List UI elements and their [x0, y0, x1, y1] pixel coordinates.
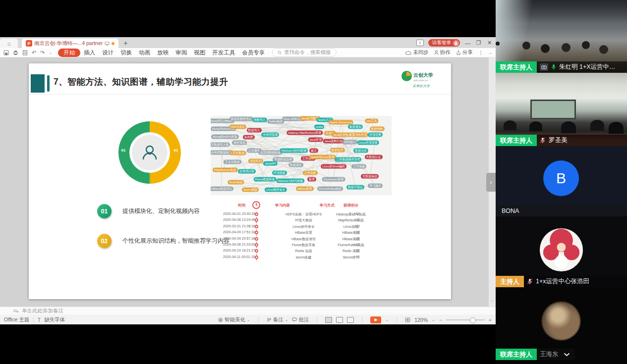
- graph-node: 环境变量: [368, 133, 383, 137]
- role-badge: 联席主持人: [496, 349, 537, 360]
- command-search[interactable]: 查找命令，搜索模板: [272, 48, 337, 57]
- ribbon-tab-7[interactable]: 开发工具: [212, 50, 235, 55]
- timeline-dot-icon: [255, 243, 258, 247]
- screen: ⌂ P 南京云创-华博特—...4 partner + 1 访客登录 — ❐ ✕: [0, 0, 627, 364]
- screen-share-icon: [540, 63, 548, 71]
- guest-login-pill[interactable]: 访客登录: [428, 39, 460, 47]
- command-search-placeholder: 查找命令，搜索模板: [284, 49, 331, 56]
- graph-node: 分布式计算: [238, 169, 256, 174]
- notes-toggle-button[interactable]: 备注⌄: [267, 316, 288, 323]
- reading-view-button[interactable]: [347, 317, 354, 323]
- knowledge-graph: Mysql导入HBase数据库操作导入增量导入Kafka实战Hive-JDBC连…: [211, 116, 392, 195]
- graph-node: 数据结构: [370, 126, 385, 131]
- video-tile-2[interactable]: 联席主持人 罗圣美: [496, 73, 627, 146]
- avatar-image: [542, 302, 580, 340]
- ribbon-tab-2[interactable]: 切换: [120, 50, 132, 55]
- restore-button[interactable]: ❐: [475, 40, 482, 46]
- notes-bar[interactable]: 单击此处添加备注: [0, 307, 496, 314]
- close-button[interactable]: ✕: [486, 40, 493, 46]
- zoom-slider[interactable]: [446, 319, 485, 320]
- new-tab-button[interactable]: +: [123, 39, 127, 48]
- redo-icon[interactable]: ↷: [40, 50, 45, 56]
- slide[interactable]: 7、智能方法、知识图谱，辅助学习能力提升 云创大学 edu.cstor.cn 未…: [29, 63, 451, 299]
- video-tile-5[interactable]: 联席主持人 王海东: [496, 287, 627, 364]
- video-feed-1: [496, 42, 500, 46]
- video-feed-2: [530, 100, 576, 119]
- zoom-caret-icon[interactable]: ⌄: [432, 317, 435, 322]
- point-01: 01 提供模块化、定制化视频内容: [97, 204, 200, 218]
- video-tile-1[interactable]: 联席主持人 朱红明 1+X运营中…: [496, 0, 627, 73]
- ribbon-tab-4[interactable]: 放映: [157, 50, 169, 55]
- chevron-down-icon[interactable]: [564, 353, 570, 357]
- fit-slide-icon[interactable]: [405, 317, 410, 322]
- panel-collapse-button[interactable]: ›: [486, 173, 496, 192]
- qat-more-icon[interactable]: ⌄: [49, 51, 52, 55]
- ribbon-tab-6[interactable]: 视图: [194, 50, 205, 55]
- table-header: 时间: [227, 203, 257, 208]
- document-tab[interactable]: P 南京云创-华博特—...4 partner: [22, 39, 118, 48]
- graph-node: Flume/Kafka实战: [317, 187, 343, 191]
- mic-on-icon: [551, 64, 556, 70]
- graph-node: 增量导入: [252, 118, 267, 122]
- slide-sorter-view-button[interactable]: [336, 317, 343, 323]
- point-02-badge: 02: [97, 234, 112, 248]
- quick-access-toolbar: ↶ ↷ ⌄: [3, 50, 52, 56]
- mic-muted-icon: [540, 137, 546, 144]
- avatar-icon: [453, 40, 459, 46]
- video-tile-3[interactable]: B BONA: [496, 146, 627, 216]
- home-tab[interactable]: ⌂: [0, 39, 18, 48]
- graph-node: 二手数据操作方式: [335, 157, 361, 162]
- missing-font-icon: T: [38, 317, 43, 322]
- tab-start[interactable]: 开始: [58, 49, 80, 57]
- preview-icon[interactable]: [22, 50, 28, 55]
- timeline-dot-icon: [255, 237, 258, 241]
- timeline-dot-icon: [255, 231, 258, 234]
- zoom-out-button[interactable]: −: [439, 317, 442, 323]
- minimize-button[interactable]: —: [464, 40, 471, 46]
- normal-view-button[interactable]: [325, 317, 332, 323]
- video-tile-4[interactable]: 主持人 1+x运营中心张浩田: [496, 216, 627, 287]
- more-menu-icon[interactable]: ⋮: [478, 50, 484, 55]
- graph-node: 数据可视化: [346, 185, 364, 190]
- graph-node: 备注: [309, 149, 318, 153]
- role-badge: 联席主持人: [496, 135, 537, 146]
- ribbon-tab-0[interactable]: 插入: [84, 50, 95, 55]
- slideshow-play-button[interactable]: ▶: [370, 316, 381, 323]
- ribbon: ↶ ↷ ⌄ 开始 插入设计切换动画放映审阅视图开发工具会员专享 查找命令，搜索模…: [0, 48, 496, 57]
- graph-node: 1万大数据: [229, 151, 246, 156]
- graph-node: 三月实验: [351, 164, 366, 169]
- collaborate-button[interactable]: 协作: [434, 49, 451, 56]
- graph-node: 数据库操作导入: [229, 117, 253, 121]
- participant-name: 1+x运营中心张浩田: [536, 277, 589, 286]
- point-02: 02 个性化展示知识结构，智能推荐学习内容: [97, 234, 229, 248]
- play-options-icon[interactable]: ⌄: [385, 317, 389, 322]
- editor-canvas[interactable]: 7、智能方法、知识图谱，辅助学习能力提升 云创大学 edu.cstor.cn 未…: [0, 57, 496, 307]
- graph-node: Hadoop-HDFS部署: [280, 149, 308, 153]
- zoom-level[interactable]: 120%: [414, 317, 428, 323]
- smart-beautify-button[interactable]: 智能美化⌄: [218, 316, 250, 323]
- share-button[interactable]: 分享: [456, 49, 473, 56]
- sync-status[interactable]: 未同步: [405, 49, 429, 56]
- home-icon: ⌂: [7, 41, 11, 47]
- ribbon-tab-1[interactable]: 设计: [102, 50, 114, 55]
- save-icon[interactable]: [3, 50, 9, 55]
- graph-node: Storm搭建: [242, 187, 259, 192]
- ribbon-tabs: 插入设计切换动画放映审阅视图开发工具会员专享: [80, 49, 268, 56]
- graph-node: 工作流程: [303, 171, 318, 175]
- undo-icon[interactable]: ↶: [32, 50, 36, 56]
- ribbon-collapse-icon[interactable]: ⌄: [489, 51, 492, 55]
- ribbon-tab-5[interactable]: 审阅: [175, 50, 187, 55]
- share-icon: [456, 50, 461, 55]
- comments-button[interactable]: 批注: [292, 316, 309, 323]
- graph-node: JavaAPI: [263, 161, 277, 166]
- missing-font-button[interactable]: T 缺失字体: [38, 316, 65, 323]
- print-icon[interactable]: [13, 50, 18, 55]
- ribbon-tab-3[interactable]: 动画: [139, 50, 150, 55]
- zoom-in-button[interactable]: +: [489, 317, 492, 323]
- graph-node: 有向图: [243, 135, 255, 140]
- window-list-icon[interactable]: 1: [416, 40, 424, 46]
- ribbon-tab-8[interactable]: 会员专享: [242, 50, 265, 55]
- table-header: 学习内容: [255, 203, 310, 208]
- logo-slogan: 未来的大学: [412, 84, 440, 89]
- zoom-slider-thumb[interactable]: [470, 317, 476, 323]
